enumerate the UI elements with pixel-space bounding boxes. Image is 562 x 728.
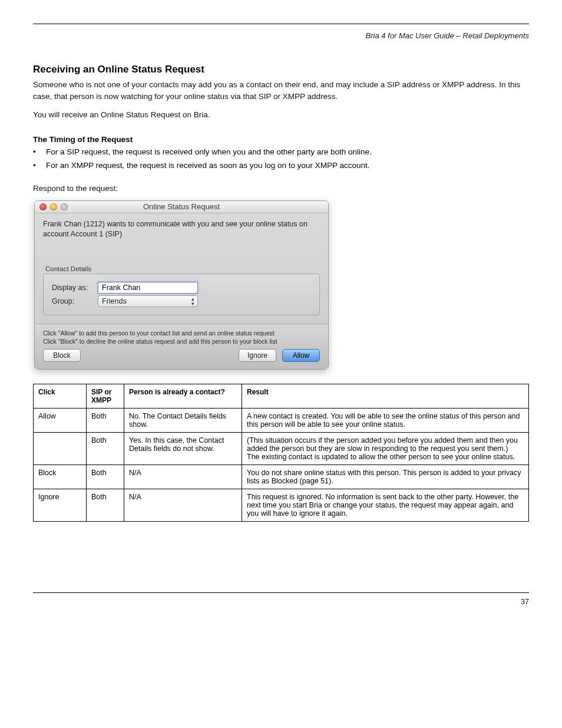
- minimize-icon[interactable]: [50, 203, 57, 210]
- zoom-icon: [61, 203, 68, 210]
- timing-list: •For a SIP request, the request is recei…: [33, 146, 529, 172]
- table-row: Allow Both No. The Contact Details field…: [34, 408, 529, 432]
- cell-result: A new contact is created. You will be ab…: [242, 408, 529, 432]
- cell-click: Block: [34, 465, 87, 489]
- timing-item-1: For an XMPP request, the request is rece…: [46, 160, 370, 172]
- cell-result: You do not share online status with this…: [242, 465, 529, 489]
- cell-click: Allow: [34, 408, 87, 432]
- header-right: Bria 4 for Mac User Guide – Retail Deplo…: [33, 31, 529, 40]
- group-select-value: Friends: [102, 297, 127, 305]
- ignore-button[interactable]: Ignore: [239, 349, 276, 362]
- display-as-label: Display as:: [52, 284, 98, 292]
- cell-result: (This situation occurs if the person add…: [242, 432, 529, 465]
- th-result: Result: [242, 384, 529, 408]
- cell-contact: N/A: [124, 489, 242, 521]
- dialog-intro: Respond to the request:: [33, 183, 529, 195]
- cell-click: Ignore: [34, 489, 87, 521]
- timing-title: The Timing of the Request: [33, 135, 529, 144]
- th-contact: Person is already a contact?: [124, 384, 242, 408]
- cell-contact: Yes. In this case, the Contact Details f…: [124, 432, 242, 465]
- allow-button[interactable]: Allow: [282, 349, 320, 362]
- help-block: Click "Block" to decline the online stat…: [43, 337, 320, 345]
- page-number: 37: [33, 592, 529, 606]
- cell-result: This request is ignored. No information …: [242, 489, 529, 521]
- block-button[interactable]: Block: [43, 349, 81, 362]
- online-status-request-dialog: Online Status Request Frank Chan (1212) …: [34, 200, 329, 370]
- cell-contact: No. The Contact Details fields show.: [124, 408, 242, 432]
- cell-proto: Both: [87, 489, 124, 521]
- table-row: Both Yes. In this case, the Contact Deta…: [34, 432, 529, 465]
- section-p1: Someone who is not one of your contacts …: [33, 79, 529, 103]
- cell-proto: Both: [87, 465, 124, 489]
- section-title: Receiving an Online Status Request: [33, 64, 529, 75]
- dialog-title: Online Status Request: [35, 202, 328, 211]
- cell-contact: N/A: [124, 465, 242, 489]
- contact-details-box: Display as: Group: Friends ▴▾: [43, 274, 320, 315]
- table-row: Block Both N/A You do not share online s…: [34, 465, 529, 489]
- group-select[interactable]: Friends ▴▾: [98, 295, 198, 307]
- behavior-table: Click SIP or XMPP Person is already a co…: [33, 384, 529, 522]
- cell-click: [34, 432, 87, 465]
- display-as-input[interactable]: [98, 282, 198, 294]
- cell-proto: Both: [87, 408, 124, 432]
- help-allow: Click "Allow" to add this person to your…: [43, 329, 320, 337]
- table-row: Ignore Both N/A This request is ignored.…: [34, 489, 529, 521]
- dialog-message: Frank Chan (1212) wants to communicate w…: [43, 219, 320, 239]
- chevron-updown-icon: ▴▾: [191, 297, 194, 306]
- th-proto: SIP or XMPP: [87, 384, 124, 408]
- group-label: Group:: [52, 297, 98, 305]
- cell-proto: Both: [87, 432, 124, 465]
- contact-details-heading: Contact Details: [45, 265, 320, 272]
- th-click: Click: [34, 384, 87, 408]
- timing-item-0: For a SIP request, the request is receiv…: [46, 146, 372, 159]
- section-p2: You will receive an Online Status Reques…: [33, 109, 529, 121]
- close-icon[interactable]: [39, 203, 47, 210]
